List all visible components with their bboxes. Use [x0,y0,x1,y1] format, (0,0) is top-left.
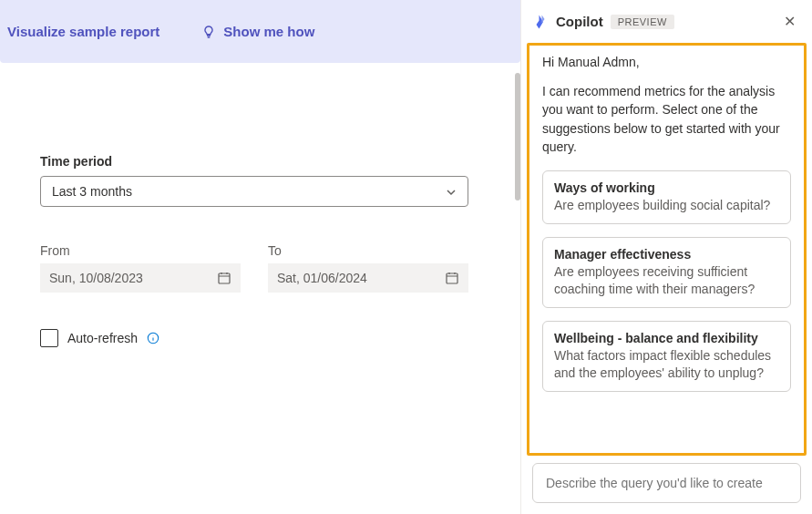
suggestion-desc: Are employees receiving sufficient coach… [554,263,779,298]
copilot-title: Copilot [556,14,603,29]
time-period-label: Time period [40,154,480,169]
lightbulb-icon [201,25,216,39]
main-panel: Visualize sample report Show me how Time… [0,0,520,514]
svg-rect-1 [447,273,457,283]
hero-bar: Visualize sample report Show me how [0,0,520,63]
svg-rect-0 [219,273,230,283]
preview-badge: PREVIEW [611,15,674,29]
copilot-input-wrap [532,463,801,503]
suggestion-manager-effectiveness[interactable]: Manager effectiveness Are employees rece… [542,237,791,308]
copilot-logo-icon [532,14,549,30]
calendar-icon [445,271,459,285]
chevron-down-icon [446,186,457,197]
to-column: To Sat, 01/06/2024 [268,243,468,293]
date-row: From Sun, 10/08/2023 To Sat, 01/06/2024 [40,243,480,293]
auto-refresh-row: Auto-refresh [40,329,480,347]
suggestion-title: Ways of working [554,180,779,195]
auto-refresh-label: Auto-refresh [67,331,138,345]
show-me-label: Show me how [223,24,314,39]
to-date-value: Sat, 01/06/2024 [277,271,367,285]
from-date-value: Sun, 10/08/2023 [49,271,143,285]
calendar-icon [217,271,231,285]
time-period-value: Last 3 months [52,184,132,199]
copilot-highlight-frame: Hi Manual Admn, I can recommend metrics … [527,43,807,456]
suggestion-title: Wellbeing - balance and flexibility [554,331,779,345]
suggestion-desc: What factors impact flexible schedules a… [554,347,779,382]
visualize-sample-report-link[interactable]: Visualize sample report [7,24,159,39]
copilot-greeting: Hi Manual Admn, [542,55,791,69]
to-label: To [268,243,468,258]
from-label: From [40,243,241,258]
suggestion-wellbeing[interactable]: Wellbeing - balance and flexibility What… [542,321,791,392]
copilot-query-input[interactable] [546,476,787,490]
from-date-input[interactable]: Sun, 10/08/2023 [40,263,241,293]
info-icon[interactable] [147,332,159,344]
suggestion-ways-of-working[interactable]: Ways of working Are employees building s… [542,170,791,224]
auto-refresh-checkbox[interactable] [40,329,58,347]
copilot-intro: I can recommend metrics for the analysis… [542,82,791,156]
suggestion-title: Manager effectiveness [554,247,779,262]
to-date-input[interactable]: Sat, 01/06/2024 [268,263,468,293]
form-area: Time period Last 3 months From Sun, 10/0… [0,63,520,347]
suggestion-desc: Are employees building social capital? [554,197,779,214]
copilot-header: Copilot PREVIEW ✕ [521,0,812,43]
time-period-select[interactable]: Last 3 months [40,176,468,207]
close-icon[interactable]: ✕ [778,9,801,34]
visualize-label: Visualize sample report [7,24,159,39]
from-column: From Sun, 10/08/2023 [40,243,241,293]
copilot-panel: Copilot PREVIEW ✕ Hi Manual Admn, I can … [520,0,812,514]
show-me-how-link[interactable]: Show me how [201,24,314,39]
